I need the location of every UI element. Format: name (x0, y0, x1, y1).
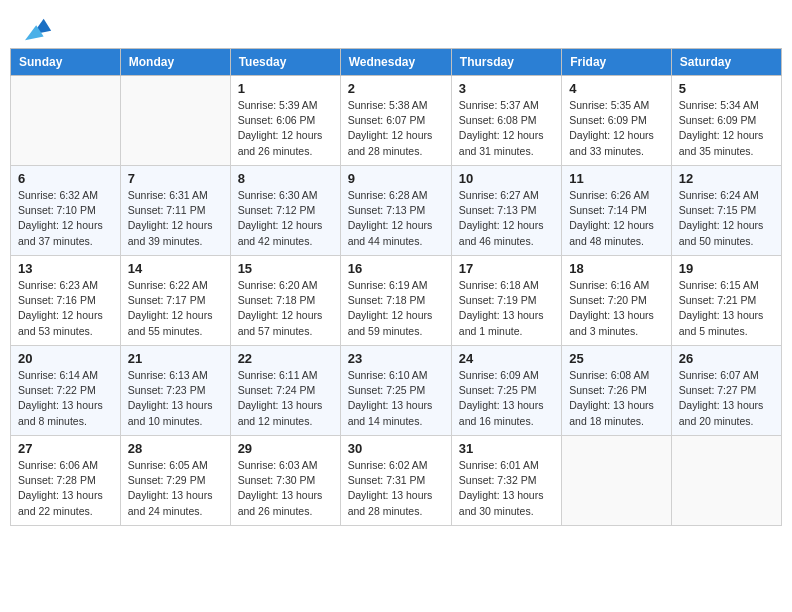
day-number: 29 (238, 441, 333, 456)
day-number: 4 (569, 81, 663, 96)
calendar-cell: 13Sunrise: 6:23 AM Sunset: 7:16 PM Dayli… (11, 256, 121, 346)
calendar-cell: 22Sunrise: 6:11 AM Sunset: 7:24 PM Dayli… (230, 346, 340, 436)
calendar-cell: 2Sunrise: 5:38 AM Sunset: 6:07 PM Daylig… (340, 76, 451, 166)
day-number: 30 (348, 441, 444, 456)
day-info: Sunrise: 6:09 AM Sunset: 7:25 PM Dayligh… (459, 368, 554, 429)
day-number: 15 (238, 261, 333, 276)
col-header-tuesday: Tuesday (230, 49, 340, 76)
calendar-cell: 11Sunrise: 6:26 AM Sunset: 7:14 PM Dayli… (562, 166, 671, 256)
day-info: Sunrise: 6:26 AM Sunset: 7:14 PM Dayligh… (569, 188, 663, 249)
day-number: 22 (238, 351, 333, 366)
day-info: Sunrise: 6:32 AM Sunset: 7:10 PM Dayligh… (18, 188, 113, 249)
calendar-cell: 10Sunrise: 6:27 AM Sunset: 7:13 PM Dayli… (451, 166, 561, 256)
col-header-sunday: Sunday (11, 49, 121, 76)
day-number: 20 (18, 351, 113, 366)
calendar-cell (11, 76, 121, 166)
day-number: 12 (679, 171, 774, 186)
day-number: 5 (679, 81, 774, 96)
calendar-cell: 7Sunrise: 6:31 AM Sunset: 7:11 PM Daylig… (120, 166, 230, 256)
col-header-thursday: Thursday (451, 49, 561, 76)
day-number: 7 (128, 171, 223, 186)
day-info: Sunrise: 6:16 AM Sunset: 7:20 PM Dayligh… (569, 278, 663, 339)
day-number: 17 (459, 261, 554, 276)
day-number: 9 (348, 171, 444, 186)
day-info: Sunrise: 6:30 AM Sunset: 7:12 PM Dayligh… (238, 188, 333, 249)
day-number: 11 (569, 171, 663, 186)
day-number: 25 (569, 351, 663, 366)
calendar-cell: 15Sunrise: 6:20 AM Sunset: 7:18 PM Dayli… (230, 256, 340, 346)
day-number: 10 (459, 171, 554, 186)
day-info: Sunrise: 6:11 AM Sunset: 7:24 PM Dayligh… (238, 368, 333, 429)
calendar-cell: 28Sunrise: 6:05 AM Sunset: 7:29 PM Dayli… (120, 436, 230, 526)
page-header (0, 0, 792, 48)
day-number: 13 (18, 261, 113, 276)
calendar-cell: 5Sunrise: 5:34 AM Sunset: 6:09 PM Daylig… (671, 76, 781, 166)
calendar-cell: 23Sunrise: 6:10 AM Sunset: 7:25 PM Dayli… (340, 346, 451, 436)
day-number: 31 (459, 441, 554, 456)
day-number: 26 (679, 351, 774, 366)
calendar-cell (562, 436, 671, 526)
day-info: Sunrise: 5:34 AM Sunset: 6:09 PM Dayligh… (679, 98, 774, 159)
day-info: Sunrise: 6:15 AM Sunset: 7:21 PM Dayligh… (679, 278, 774, 339)
day-number: 1 (238, 81, 333, 96)
day-number: 14 (128, 261, 223, 276)
col-header-wednesday: Wednesday (340, 49, 451, 76)
calendar-cell: 3Sunrise: 5:37 AM Sunset: 6:08 PM Daylig… (451, 76, 561, 166)
day-info: Sunrise: 5:39 AM Sunset: 6:06 PM Dayligh… (238, 98, 333, 159)
day-info: Sunrise: 6:31 AM Sunset: 7:11 PM Dayligh… (128, 188, 223, 249)
day-info: Sunrise: 6:28 AM Sunset: 7:13 PM Dayligh… (348, 188, 444, 249)
calendar-cell: 16Sunrise: 6:19 AM Sunset: 7:18 PM Dayli… (340, 256, 451, 346)
calendar-cell: 21Sunrise: 6:13 AM Sunset: 7:23 PM Dayli… (120, 346, 230, 436)
logo (20, 14, 53, 42)
calendar-cell (671, 436, 781, 526)
day-info: Sunrise: 6:18 AM Sunset: 7:19 PM Dayligh… (459, 278, 554, 339)
calendar-wrap: SundayMondayTuesdayWednesdayThursdayFrid… (0, 48, 792, 536)
calendar-cell: 25Sunrise: 6:08 AM Sunset: 7:26 PM Dayli… (562, 346, 671, 436)
day-number: 3 (459, 81, 554, 96)
calendar-cell: 18Sunrise: 6:16 AM Sunset: 7:20 PM Dayli… (562, 256, 671, 346)
calendar-cell: 31Sunrise: 6:01 AM Sunset: 7:32 PM Dayli… (451, 436, 561, 526)
day-number: 18 (569, 261, 663, 276)
calendar-header: SundayMondayTuesdayWednesdayThursdayFrid… (11, 49, 782, 76)
calendar-cell: 14Sunrise: 6:22 AM Sunset: 7:17 PM Dayli… (120, 256, 230, 346)
calendar-cell: 26Sunrise: 6:07 AM Sunset: 7:27 PM Dayli… (671, 346, 781, 436)
col-header-saturday: Saturday (671, 49, 781, 76)
day-info: Sunrise: 6:08 AM Sunset: 7:26 PM Dayligh… (569, 368, 663, 429)
day-info: Sunrise: 6:19 AM Sunset: 7:18 PM Dayligh… (348, 278, 444, 339)
day-number: 24 (459, 351, 554, 366)
day-info: Sunrise: 6:03 AM Sunset: 7:30 PM Dayligh… (238, 458, 333, 519)
day-number: 8 (238, 171, 333, 186)
day-info: Sunrise: 6:05 AM Sunset: 7:29 PM Dayligh… (128, 458, 223, 519)
day-number: 27 (18, 441, 113, 456)
calendar-cell (120, 76, 230, 166)
day-number: 16 (348, 261, 444, 276)
day-info: Sunrise: 6:22 AM Sunset: 7:17 PM Dayligh… (128, 278, 223, 339)
day-info: Sunrise: 6:24 AM Sunset: 7:15 PM Dayligh… (679, 188, 774, 249)
day-info: Sunrise: 6:27 AM Sunset: 7:13 PM Dayligh… (459, 188, 554, 249)
logo-icon (25, 14, 53, 42)
day-info: Sunrise: 6:01 AM Sunset: 7:32 PM Dayligh… (459, 458, 554, 519)
calendar-cell: 9Sunrise: 6:28 AM Sunset: 7:13 PM Daylig… (340, 166, 451, 256)
day-info: Sunrise: 5:37 AM Sunset: 6:08 PM Dayligh… (459, 98, 554, 159)
day-info: Sunrise: 6:10 AM Sunset: 7:25 PM Dayligh… (348, 368, 444, 429)
calendar-cell: 1Sunrise: 5:39 AM Sunset: 6:06 PM Daylig… (230, 76, 340, 166)
col-header-monday: Monday (120, 49, 230, 76)
calendar-cell: 4Sunrise: 5:35 AM Sunset: 6:09 PM Daylig… (562, 76, 671, 166)
day-number: 23 (348, 351, 444, 366)
day-info: Sunrise: 6:13 AM Sunset: 7:23 PM Dayligh… (128, 368, 223, 429)
calendar-cell: 19Sunrise: 6:15 AM Sunset: 7:21 PM Dayli… (671, 256, 781, 346)
day-info: Sunrise: 6:02 AM Sunset: 7:31 PM Dayligh… (348, 458, 444, 519)
calendar-cell: 27Sunrise: 6:06 AM Sunset: 7:28 PM Dayli… (11, 436, 121, 526)
day-number: 28 (128, 441, 223, 456)
calendar-cell: 24Sunrise: 6:09 AM Sunset: 7:25 PM Dayli… (451, 346, 561, 436)
day-info: Sunrise: 6:14 AM Sunset: 7:22 PM Dayligh… (18, 368, 113, 429)
calendar-cell: 8Sunrise: 6:30 AM Sunset: 7:12 PM Daylig… (230, 166, 340, 256)
calendar-cell: 17Sunrise: 6:18 AM Sunset: 7:19 PM Dayli… (451, 256, 561, 346)
day-number: 19 (679, 261, 774, 276)
day-info: Sunrise: 6:07 AM Sunset: 7:27 PM Dayligh… (679, 368, 774, 429)
calendar-cell: 29Sunrise: 6:03 AM Sunset: 7:30 PM Dayli… (230, 436, 340, 526)
day-number: 2 (348, 81, 444, 96)
calendar-table: SundayMondayTuesdayWednesdayThursdayFrid… (10, 48, 782, 526)
day-number: 21 (128, 351, 223, 366)
calendar-cell: 12Sunrise: 6:24 AM Sunset: 7:15 PM Dayli… (671, 166, 781, 256)
